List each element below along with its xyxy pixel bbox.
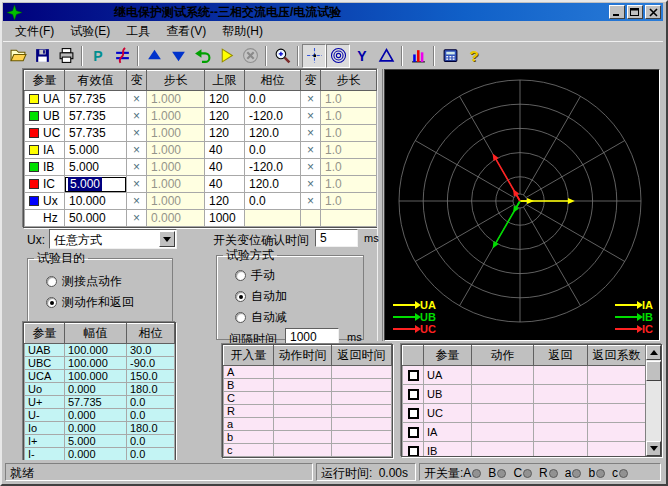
step-down-button[interactable] (166, 44, 190, 68)
value-cell[interactable]: 50.000 (65, 210, 127, 227)
vector-view-button[interactable] (326, 44, 350, 68)
y-connection-button[interactable]: Y (350, 44, 374, 68)
minimize-button[interactable] (609, 5, 625, 19)
return-time-cell (332, 366, 392, 379)
step-cell[interactable]: 1.000 (147, 142, 205, 159)
print-button[interactable] (54, 44, 78, 68)
step-cell[interactable]: 1.000 (147, 108, 205, 125)
vary-toggle[interactable]: × (301, 159, 321, 176)
limit-cell[interactable]: 120 (205, 108, 245, 125)
splitter[interactable] (377, 69, 383, 341)
start-test-button[interactable] (214, 44, 238, 68)
menu-item-test[interactable]: 试验(E) (62, 22, 118, 41)
vary-toggle[interactable]: × (301, 193, 321, 210)
vary-toggle[interactable]: × (127, 125, 147, 142)
row-checkbox[interactable] (408, 389, 419, 400)
value-cell[interactable]: 5.000 (65, 142, 127, 159)
step-cell[interactable]: 1.000 (147, 176, 205, 193)
action-cell (472, 385, 534, 404)
delta-connection-button[interactable] (374, 44, 398, 68)
axes-view-button[interactable] (302, 44, 326, 68)
menu-item-file[interactable]: 文件(F) (7, 22, 62, 41)
step-up-button[interactable] (142, 44, 166, 68)
vertical-scrollbar[interactable] (645, 345, 661, 456)
step-cell[interactable]: 1.0 (321, 176, 377, 193)
close-button[interactable] (645, 5, 661, 19)
confirm-time-input[interactable]: 5 (315, 229, 358, 247)
menu-item-tools[interactable]: 工具 (118, 22, 158, 41)
bar-graph-button[interactable] (406, 44, 430, 68)
vary-toggle[interactable]: × (301, 176, 321, 193)
phase-cell[interactable]: 120.0 (245, 125, 301, 142)
step-cell[interactable]: 1.0 (321, 125, 377, 142)
calculator-button[interactable] (438, 44, 462, 68)
phase-cell[interactable]: 0.0 (245, 142, 301, 159)
step-cell[interactable]: 1.0 (321, 142, 377, 159)
row-checkbox[interactable] (408, 446, 419, 457)
ux-select-dropdown-button[interactable] (159, 231, 175, 247)
row-checkbox[interactable] (408, 427, 419, 438)
save-button[interactable] (30, 44, 54, 68)
vary-toggle[interactable]: × (127, 108, 147, 125)
limit-cell[interactable]: 1000 (205, 210, 245, 227)
vary-toggle[interactable]: × (127, 176, 147, 193)
step-cell[interactable]: 1.0 (321, 159, 377, 176)
limit-cell[interactable]: 40 (205, 142, 245, 159)
radio-option-auto-decrease[interactable]: 自动减 (235, 309, 357, 326)
maximize-button[interactable] (627, 5, 643, 19)
step-cell[interactable]: 1.0 (321, 108, 377, 125)
vary-toggle[interactable]: × (301, 91, 321, 108)
vary-toggle[interactable]: × (127, 210, 147, 227)
step-cell[interactable]: 1.000 (147, 91, 205, 108)
step-cell[interactable]: 1.0 (321, 91, 377, 108)
limit-cell[interactable]: 40 (205, 159, 245, 176)
row-checkbox[interactable] (408, 370, 419, 381)
radio-option-manual[interactable]: 手动 (235, 267, 357, 284)
vary-toggle[interactable]: × (127, 193, 147, 210)
limit-cell[interactable]: 40 (205, 176, 245, 193)
step-cell[interactable]: 1.000 (147, 193, 205, 210)
row-checkbox[interactable] (408, 408, 419, 419)
phase-cell[interactable]: 0.0 (245, 91, 301, 108)
vary-toggle[interactable]: × (301, 142, 321, 159)
limit-cell[interactable]: 120 (205, 125, 245, 142)
value-cell[interactable]: 57.735 (65, 91, 127, 108)
open-button[interactable] (6, 44, 30, 68)
zoom-button[interactable] (270, 44, 294, 68)
help-button[interactable]: ? (462, 44, 486, 68)
step-cell[interactable]: 0.000 (147, 210, 205, 227)
phase-cell[interactable]: -120.0 (245, 108, 301, 125)
ux-select[interactable]: 任意方式 (49, 229, 177, 249)
undo-button[interactable] (190, 44, 214, 68)
scroll-up-button[interactable] (646, 345, 661, 360)
phase-sequence-button[interactable] (110, 44, 134, 68)
scrollbar-thumb[interactable] (646, 361, 661, 381)
radio-option-auto-increase[interactable]: 自动加 (235, 288, 357, 305)
menu-item-help[interactable]: 帮助(H) (214, 22, 271, 41)
step-cell[interactable]: 1.0 (321, 193, 377, 210)
scroll-down-button[interactable] (646, 441, 661, 456)
vary-toggle[interactable]: × (127, 159, 147, 176)
value-editbox[interactable]: 5.000 (65, 177, 126, 192)
vary-toggle[interactable]: × (127, 142, 147, 159)
value-cell[interactable]: 57.735 (65, 125, 127, 142)
limit-cell[interactable]: 120 (205, 91, 245, 108)
radio-option-contact-action[interactable]: 测接点动作 (46, 273, 166, 290)
vary-toggle[interactable]: × (301, 108, 321, 125)
value-cell[interactable]: 10.000 (65, 193, 127, 210)
limit-cell[interactable]: 120 (205, 193, 245, 210)
phase-cell[interactable]: 0.0 (245, 193, 301, 210)
phase-cell[interactable]: 120.0 (245, 176, 301, 193)
vary-toggle[interactable]: × (301, 125, 321, 142)
phase-cell[interactable]: -120.0 (245, 159, 301, 176)
vary-toggle[interactable]: × (127, 91, 147, 108)
parameter-p-button[interactable]: P (86, 44, 110, 68)
value-cell[interactable]: 5.000 (65, 159, 127, 176)
menu-item-view[interactable]: 查看(V) (158, 22, 214, 41)
step-cell[interactable]: 1.000 (147, 125, 205, 142)
value-cell[interactable]: 57.735 (65, 108, 127, 125)
stop-test-button[interactable] (238, 44, 262, 68)
step-cell[interactable]: 1.000 (147, 159, 205, 176)
radio-option-action-return[interactable]: 测动作和返回 (46, 294, 166, 311)
value-cell-editing[interactable]: 5.000 (65, 176, 127, 193)
